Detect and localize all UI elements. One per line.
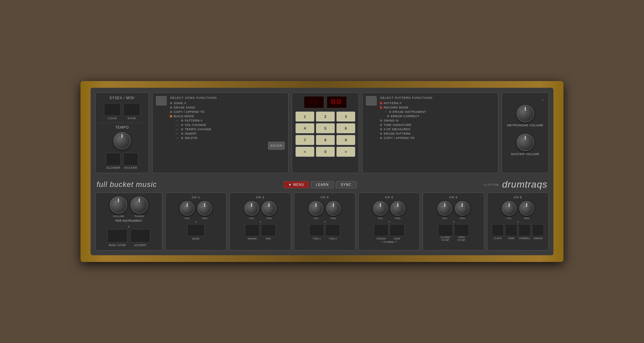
ch2-vol-knob[interactable]: [244, 201, 259, 216]
top-section: SYSEX / MIDI LOAD SAVE TEMPO: [95, 92, 549, 173]
ch5-vol-knob[interactable]: [437, 201, 452, 216]
per-instrument-label: PER INSTRUMENT: [99, 219, 159, 222]
key-9[interactable]: 9: [336, 135, 355, 145]
metronome-volume-label: METRONOME VOLUME: [507, 124, 543, 127]
pfunc-time-sig: TIME SIGNATURE: [380, 123, 495, 127]
ch6-tamb-pad[interactable]: [505, 224, 517, 236]
ch4-ride-pad[interactable]: [390, 224, 405, 236]
keypad-panel: 88 00 1 2 3 4 5 6 7 8 9 < 0: [292, 92, 359, 173]
ch1-vol-knob[interactable]: [180, 201, 195, 216]
ch6-title: CH 6: [490, 196, 546, 199]
ch2-snare-pad[interactable]: [245, 224, 260, 236]
pbullet-pattern-num: [380, 102, 382, 104]
func-label-tempo-change: TEMPO CHANGE: [185, 128, 211, 131]
pfunc-erase-pat: ERASE PATTERN: [380, 132, 495, 135]
func-copy-append: COPY / APPEND TO: [170, 110, 285, 114]
ch2-pan-knob[interactable]: [262, 201, 276, 216]
per-label-text: PER INSTRUMENT: [115, 219, 142, 222]
ch6-cabasa-pad[interactable]: [532, 224, 544, 236]
channel-2-panel: CH 2 VOL PAN SNARE: [229, 193, 291, 251]
volume-knob-label: VOLUME: [113, 215, 124, 218]
tempo-knob[interactable]: [113, 132, 131, 149]
ch4-crash-label: CRASH: [374, 237, 388, 240]
master-volume-knob[interactable]: [517, 134, 534, 151]
song-selector-button[interactable]: [156, 96, 167, 106]
channel-1-panel: CH 1 VOL PAN BASS: [165, 193, 227, 251]
per-inst-knobs: VOLUME TUNING: [99, 196, 159, 218]
sync-button[interactable]: SYNC: [336, 181, 357, 188]
ch3-pan-group: PAN: [326, 201, 341, 220]
ch6-cowbell-pad[interactable]: [519, 224, 531, 236]
ch2-pan-group: PAN: [262, 201, 276, 220]
key-8[interactable]: 8: [316, 135, 335, 145]
ch2-rim-pad[interactable]: [261, 224, 276, 236]
func-label-pattern-num: PATTERN #: [185, 119, 203, 122]
key-next[interactable]: >: [336, 147, 355, 157]
pfunc-label-copy-append: COPY / APPEND TO: [384, 136, 415, 140]
key-7[interactable]: 7: [296, 135, 314, 145]
ch5-closed-hihat-pad[interactable]: [438, 224, 453, 236]
ch6-vol-knob[interactable]: [502, 201, 517, 216]
key-5[interactable]: 5: [316, 123, 335, 133]
key-4[interactable]: 4: [296, 123, 314, 133]
ch4-vol-knob[interactable]: [373, 201, 388, 216]
channel-3-panel: CH 3 VOL PAN TOM 1: [294, 193, 356, 251]
ch6-buttons: [490, 224, 546, 236]
slower-button[interactable]: [106, 153, 121, 165]
ch2-vol-group: VOL: [244, 201, 259, 220]
faster-btn-group: FASTER: [123, 153, 138, 169]
ch3-vol-knob[interactable]: [309, 201, 323, 216]
func-pattern-num: — PATTERN #: [175, 119, 285, 122]
version-title-group: v.1.0.0.clap drumtraqs: [484, 179, 547, 190]
pattern-functions-list: SELECT PATTERN FUNCTIONS PATTERN # RECOR…: [380, 96, 495, 141]
tempo-knob-container: [99, 132, 145, 149]
enter-button[interactable]: ENTER: [268, 142, 285, 150]
display-right: 00: [327, 96, 347, 108]
key-2[interactable]: 2: [316, 112, 335, 122]
pfunc-label-erase-pat: ERASE PATTERN: [384, 132, 411, 135]
ch3-pan-label: PAN: [331, 217, 336, 220]
pattern-selector-button[interactable]: [366, 96, 377, 106]
ch4-vol-group: VOL: [373, 201, 388, 220]
faster-button[interactable]: [123, 153, 138, 165]
metronome-volume-knob[interactable]: [517, 105, 534, 122]
ch1-bass-pad[interactable]: [187, 224, 205, 236]
key-6[interactable]: 6: [336, 123, 355, 133]
key-prev[interactable]: <: [296, 147, 314, 157]
ch5-open-hihat-pad[interactable]: [454, 224, 469, 236]
pbullet-measures: [380, 128, 382, 130]
run-stop-button[interactable]: [107, 229, 127, 243]
ch5-pan-label: PAN: [460, 217, 465, 220]
tuning-knob[interactable]: [130, 196, 148, 214]
learn-button[interactable]: LEARN: [311, 181, 334, 188]
key-1[interactable]: 1: [296, 112, 314, 122]
ch5-dot: [453, 221, 454, 223]
ch3-tom2-pad[interactable]: [325, 224, 340, 236]
func-song-num: SONG #: [170, 101, 285, 105]
ch1-pan-knob[interactable]: [197, 201, 212, 216]
menu-button[interactable]: ▼ MENU: [284, 181, 309, 188]
pbullet-copy-append: [380, 137, 382, 139]
ch3-title: CH 3: [297, 196, 353, 199]
ch3-pan-knob[interactable]: [326, 201, 341, 216]
ch6-knobs: VOL PAN: [490, 201, 546, 220]
ch3-knobs: VOL PAN: [297, 201, 353, 220]
save-button[interactable]: [123, 103, 140, 116]
ch3-tom1-pad[interactable]: [309, 224, 324, 236]
ch4-crash-pad[interactable]: [374, 224, 388, 236]
display-row: 88 00: [296, 96, 355, 108]
load-button[interactable]: [104, 103, 121, 116]
ch6-vol-group: VOL: [502, 201, 517, 220]
song-functions-title: SELECT SONG FUNCTIONS: [170, 96, 285, 99]
key-3[interactable]: 3: [336, 112, 355, 122]
ch4-pan-knob[interactable]: [390, 201, 405, 216]
main-panel: SYSEX / MIDI LOAD SAVE TEMPO: [91, 88, 553, 255]
key-0[interactable]: 0: [316, 147, 335, 157]
ch6-pan-label: PAN: [524, 217, 529, 220]
ch6-claps-pad[interactable]: [492, 224, 504, 236]
volume-knob[interactable]: [110, 196, 127, 214]
ch6-pan-knob[interactable]: [519, 201, 534, 216]
accent-button[interactable]: [130, 229, 150, 243]
ch5-pan-knob[interactable]: [455, 201, 470, 216]
pfunc-label-swing: SWING %: [384, 119, 399, 122]
